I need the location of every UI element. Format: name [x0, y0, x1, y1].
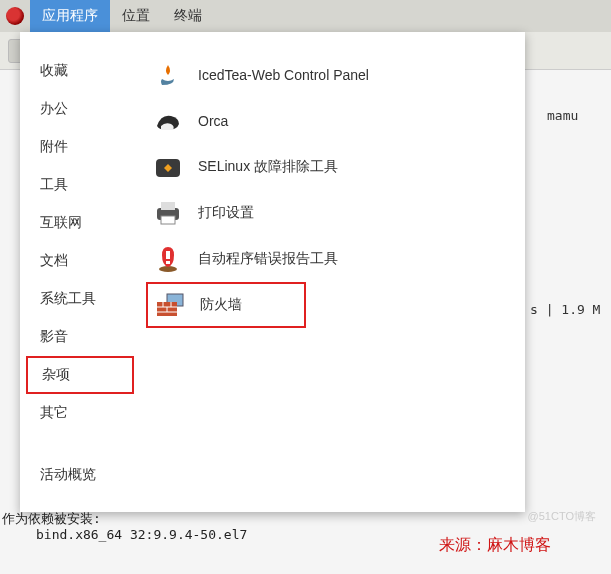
app-label: 防火墙: [200, 296, 242, 314]
sidebar-item-internet[interactable]: 互联网: [20, 204, 140, 242]
svg-rect-6: [166, 261, 170, 264]
svg-rect-5: [166, 251, 170, 259]
category-sidebar: 收藏 办公 附件 工具 互联网 文档 系统工具 影音 杂项 其它 活动概览: [20, 32, 140, 512]
java-icon: [152, 59, 184, 91]
distro-icon: [6, 7, 24, 25]
menu-places[interactable]: 位置: [110, 0, 162, 32]
activities-overview[interactable]: 活动概览: [20, 454, 140, 496]
sidebar-item-tools[interactable]: 工具: [20, 166, 140, 204]
applications-menu: 收藏 办公 附件 工具 互联网 文档 系统工具 影音 杂项 其它 活动概览 Ic…: [20, 32, 525, 512]
menu-terminal[interactable]: 终端: [162, 0, 214, 32]
sidebar-item-accessories[interactable]: 附件: [20, 128, 140, 166]
app-print[interactable]: 打印设置: [140, 190, 525, 236]
sidebar-item-media[interactable]: 影音: [20, 318, 140, 356]
selinux-icon: [152, 151, 184, 183]
sidebar-item-sundry[interactable]: 杂项: [26, 356, 134, 394]
watermark: @51CTO博客: [528, 509, 596, 524]
app-icedtea[interactable]: IcedTea-Web Control Panel: [140, 52, 525, 98]
app-firewall[interactable]: 防火墙: [146, 282, 306, 328]
bg-bind: bind.x86_64 32:9.9.4-50.el7: [36, 527, 247, 542]
app-label: SELinux 故障排除工具: [198, 158, 338, 176]
bg-stats: s | 1.9 M: [530, 302, 600, 317]
app-label: 自动程序错误报告工具: [198, 250, 338, 268]
warning-icon: [152, 243, 184, 275]
app-abrt[interactable]: 自动程序错误报告工具: [140, 236, 525, 282]
bg-dep: 作为依赖被安装:: [2, 510, 101, 528]
sidebar-item-office[interactable]: 办公: [20, 90, 140, 128]
app-label: IcedTea-Web Control Panel: [198, 67, 369, 83]
firewall-icon: [154, 289, 186, 321]
app-label: 打印设置: [198, 204, 254, 222]
source-attribution: 来源：麻木博客: [439, 535, 551, 556]
sidebar-item-favorites[interactable]: 收藏: [20, 52, 140, 90]
svg-rect-3: [161, 216, 175, 224]
sidebar-item-documents[interactable]: 文档: [20, 242, 140, 280]
app-label: Orca: [198, 113, 228, 129]
printer-icon: [152, 197, 184, 229]
sidebar-item-other[interactable]: 其它: [20, 394, 140, 432]
menu-applications[interactable]: 应用程序: [30, 0, 110, 32]
app-orca[interactable]: Orca: [140, 98, 525, 144]
sidebar-item-system[interactable]: 系统工具: [20, 280, 140, 318]
app-selinux[interactable]: SELinux 故障排除工具: [140, 144, 525, 190]
app-list: IcedTea-Web Control Panel Orca SELinux 故…: [140, 32, 525, 512]
bg-user: mamu: [547, 108, 578, 123]
orca-icon: [152, 105, 184, 137]
svg-rect-2: [161, 202, 175, 210]
